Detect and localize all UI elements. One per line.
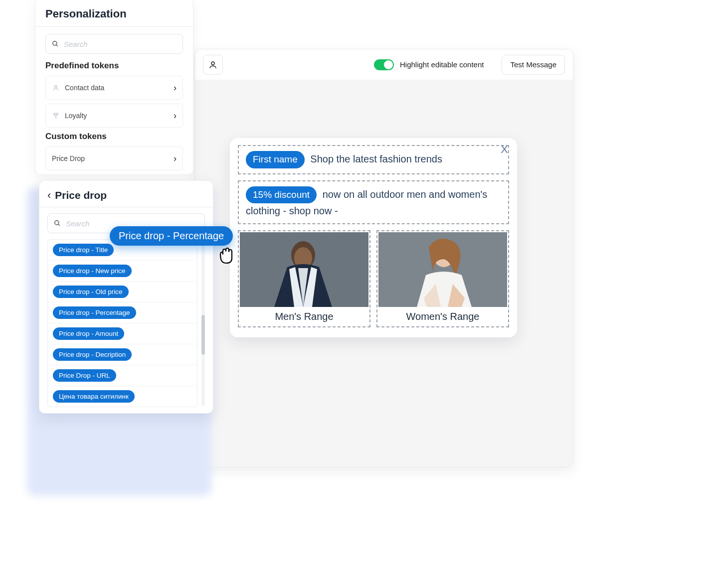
mens-caption: Men's Range bbox=[239, 311, 369, 322]
token-discount[interactable]: 15% discount bbox=[246, 186, 317, 204]
chevron-right-icon: › bbox=[174, 153, 177, 164]
test-message-button[interactable]: Test Message bbox=[502, 55, 565, 75]
womens-image bbox=[378, 232, 507, 307]
price-drop-subpanel: ‹ Price drop Price drop - Title Price dr… bbox=[39, 180, 213, 414]
chevron-right-icon: › bbox=[174, 111, 177, 121]
svg-point-0 bbox=[211, 62, 214, 65]
list-item[interactable]: Price drop - Amount bbox=[48, 323, 197, 344]
row-label: Price Drop bbox=[52, 154, 85, 162]
list-item[interactable]: Price drop - New price bbox=[48, 261, 197, 282]
token-pill[interactable]: Price drop - Percentage bbox=[53, 306, 136, 319]
list-item[interactable]: Price Drop - URL bbox=[48, 365, 197, 386]
person-icon bbox=[52, 84, 60, 91]
token-pill[interactable]: Price drop - Decription bbox=[53, 348, 132, 361]
custom-heading: Custom tokens bbox=[45, 132, 183, 142]
list-item[interactable]: Price drop - Decription bbox=[48, 344, 197, 365]
subpanel-title: Price drop bbox=[55, 189, 107, 201]
panel-search-input[interactable] bbox=[64, 40, 177, 48]
trophy-icon bbox=[52, 112, 60, 119]
back-button[interactable]: ‹ bbox=[47, 189, 51, 202]
svg-line-11 bbox=[58, 224, 60, 226]
svg-point-10 bbox=[55, 221, 59, 225]
list-item[interactable]: Price drop - Percentage bbox=[48, 302, 197, 323]
contact-button[interactable] bbox=[203, 55, 223, 75]
highlight-toggle-label: Highlight editable content bbox=[400, 60, 484, 69]
row-label: Contact data bbox=[65, 84, 104, 92]
close-icon[interactable]: X bbox=[501, 143, 508, 156]
svg-point-9 bbox=[55, 85, 57, 88]
token-row-price-drop[interactable]: Price Drop › bbox=[45, 147, 183, 170]
panel-search[interactable] bbox=[45, 34, 183, 54]
token-pill[interactable]: Price drop - Amount bbox=[53, 327, 124, 340]
token-pill[interactable]: Price drop - Old price bbox=[53, 286, 129, 298]
col-mens-range[interactable]: Men's Range bbox=[238, 230, 370, 327]
token-row-contact-data[interactable]: Contact data › bbox=[45, 76, 183, 100]
token-list: Price drop - Title Price drop - New pric… bbox=[47, 239, 197, 407]
body-editable[interactable]: 15% discount now on all outdoor men and … bbox=[238, 180, 509, 225]
editor-window: Highlight editable content Test Message … bbox=[194, 49, 573, 467]
chevron-right-icon: › bbox=[174, 83, 177, 93]
svg-line-8 bbox=[56, 45, 58, 46]
person-icon bbox=[208, 60, 217, 69]
token-pill[interactable]: Price Drop - URL bbox=[53, 369, 116, 382]
panel-title: Personalization bbox=[45, 7, 183, 20]
token-pill[interactable]: Price drop - New price bbox=[53, 265, 132, 277]
dragging-token[interactable]: Price drop - Percentage bbox=[110, 226, 233, 246]
headline-text: Shop the latest fashion trends bbox=[310, 153, 442, 164]
svg-point-7 bbox=[53, 41, 57, 45]
predefined-heading: Predefined tokens bbox=[45, 61, 183, 71]
headline-editable[interactable]: First name Shop the latest fashion trend… bbox=[238, 145, 509, 174]
womens-caption: Women's Range bbox=[377, 311, 508, 322]
highlight-toggle[interactable] bbox=[374, 59, 394, 70]
scrollbar[interactable] bbox=[201, 240, 205, 406]
personalization-panel: Personalization Predefined tokens Contac… bbox=[35, 0, 193, 175]
search-icon bbox=[54, 220, 61, 227]
token-pill[interactable]: Price drop - Title bbox=[53, 244, 114, 256]
message-preview: X First name Shop the latest fashion tre… bbox=[230, 138, 517, 337]
editor-header: Highlight editable content Test Message bbox=[195, 49, 573, 80]
token-first-name[interactable]: First name bbox=[246, 151, 305, 168]
editor-canvas[interactable]: X First name Shop the latest fashion tre… bbox=[195, 80, 573, 467]
token-pill[interactable]: Цена товара ситилинк bbox=[53, 390, 135, 403]
list-item[interactable]: Price drop - Old price bbox=[48, 282, 197, 302]
col-womens-range[interactable]: Women's Range bbox=[376, 230, 509, 327]
list-item[interactable]: Цена товара ситилинк bbox=[48, 386, 197, 407]
token-row-loyalty[interactable]: Loyalty › bbox=[45, 104, 183, 128]
row-label: Loyalty bbox=[65, 112, 87, 120]
grab-cursor-icon bbox=[215, 244, 237, 266]
mens-image bbox=[240, 232, 368, 307]
search-icon bbox=[52, 40, 59, 47]
